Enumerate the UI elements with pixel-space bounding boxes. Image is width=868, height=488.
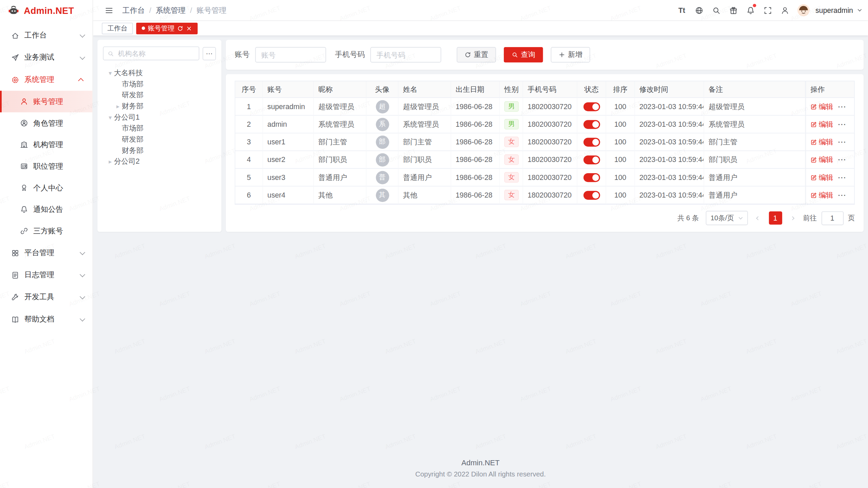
breadcrumb-item[interactable]: 工作台 [122, 5, 145, 15]
footer-copyright: Copyright © 2022 Dilon All rights reserv… [97, 470, 864, 478]
sidebar-item-label: 业务测试 [24, 53, 80, 62]
edit-icon [810, 121, 817, 128]
sidebar-subitem-medal[interactable]: 个人中心 [0, 177, 93, 199]
tree-node[interactable]: 市场部 [102, 123, 217, 134]
status-toggle[interactable] [583, 102, 600, 111]
sidebar-item-doc[interactable]: 日志管理 [0, 264, 93, 286]
gift-icon[interactable] [726, 3, 740, 17]
app-window: Admin.NET 工作台业务测试系统管理账号管理角色管理机构管理职位管理个人中… [0, 0, 868, 488]
sidebar-subitem-label: 个人中心 [33, 183, 63, 193]
more-button[interactable]: ··· [838, 138, 846, 146]
status-toggle[interactable] [583, 138, 600, 146]
more-button[interactable]: ··· [838, 174, 846, 181]
account-input[interactable] [255, 47, 326, 63]
tree-caret-down[interactable]: ▾ [106, 69, 114, 77]
sidebar-subitem-user[interactable]: 账号管理 [0, 91, 93, 113]
next-page-button[interactable] [786, 211, 798, 225]
sidebar-subitem-link[interactable]: 三方账号 [0, 220, 93, 242]
status-toggle[interactable] [583, 191, 600, 200]
logo[interactable]: Admin.NET [0, 0, 93, 21]
sidebar-item-grid[interactable]: 平台管理 [0, 242, 93, 264]
hamburger-menu-icon[interactable] [102, 3, 116, 17]
cell-no: 4 [235, 151, 263, 169]
book-icon [11, 315, 19, 323]
username[interactable]: superadmin [815, 6, 853, 14]
tree-node[interactable]: ▾大名科技 [102, 67, 217, 79]
chevron-down-icon [738, 215, 743, 219]
tree-node-label: 市场部 [122, 79, 143, 89]
breadcrumb-item[interactable]: 系统管理 [156, 5, 185, 15]
sidebar-subitem-role[interactable]: 角色管理 [0, 112, 93, 134]
tree-node[interactable]: ▾分公司1 [102, 112, 217, 123]
avatar[interactable] [797, 4, 810, 17]
tab-item[interactable]: 工作台 [102, 22, 133, 34]
close-icon[interactable] [186, 25, 192, 31]
fullscreen-icon[interactable] [761, 3, 774, 17]
cell-no: 3 [235, 133, 263, 151]
goto-page-input[interactable] [821, 211, 843, 225]
sidebar-item-label: 日志管理 [24, 270, 80, 280]
notification-icon[interactable] [744, 3, 757, 17]
sidebar-subitem-badge[interactable]: 职位管理 [0, 156, 93, 177]
tab-active[interactable]: 账号管理 [136, 22, 198, 34]
status-toggle[interactable] [583, 155, 600, 164]
tree-node[interactable]: ▸财务部 [102, 101, 217, 112]
search-button[interactable]: 查询 [504, 47, 543, 63]
org-more-button[interactable]: … [203, 47, 216, 60]
cell-birthday: 1986-06-28 [451, 116, 500, 133]
cell-nickname: 系统管理员 [314, 116, 367, 133]
right-column: 账号 手机号码 重置 查询 新增 [226, 40, 864, 232]
sidebar-item-tool[interactable]: 开发工具 [0, 286, 93, 308]
cell-status [577, 186, 606, 204]
cell-modified: 2023-01-03 10:59:44 [635, 98, 704, 116]
tree-caret-right[interactable]: ▸ [114, 103, 122, 110]
sidebar-item-label: 平台管理 [24, 248, 80, 258]
tree-caret-down[interactable]: ▾ [106, 114, 114, 121]
org-search-input[interactable] [103, 46, 199, 60]
cell-phone: 18020030720 [523, 169, 577, 186]
add-button[interactable]: 新增 [551, 47, 590, 63]
user-icon[interactable] [778, 3, 792, 17]
page-number-button[interactable]: 1 [769, 211, 782, 225]
sidebar-item-home[interactable]: 工作台 [0, 24, 93, 46]
edit-button[interactable]: 编辑 [810, 155, 833, 164]
status-toggle[interactable] [583, 173, 600, 182]
sidebar-item-gear[interactable]: 系统管理 [0, 68, 93, 90]
sidebar-subitem-bell[interactable]: 通知公告 [0, 199, 93, 220]
edit-button[interactable]: 编辑 [810, 137, 833, 147]
tabbar: 工作台账号管理 [93, 21, 868, 35]
logo-icon [7, 4, 20, 17]
more-button[interactable]: ··· [838, 103, 846, 110]
tree-node[interactable]: 研发部 [102, 134, 217, 145]
more-button[interactable]: ··· [838, 120, 846, 128]
prev-page-button[interactable] [752, 211, 764, 225]
font-size-icon[interactable]: Tt [675, 3, 689, 17]
cell-phone: 18020030720 [523, 133, 577, 151]
table-row: 5user3普通用户普普通用户1986-06-28女18020030720100… [235, 169, 854, 186]
search-icon[interactable] [709, 3, 723, 17]
edit-button[interactable]: 编辑 [810, 102, 833, 111]
tree-node[interactable]: 市场部 [102, 79, 217, 90]
sidebar-item-label: 系统管理 [24, 75, 80, 84]
more-button[interactable]: ··· [838, 156, 846, 164]
sidebar-subitem-building[interactable]: 机构管理 [0, 134, 93, 156]
sidebar-item-book[interactable]: 帮助文档 [0, 308, 93, 330]
edit-button[interactable]: 编辑 [810, 119, 833, 129]
more-button[interactable]: ··· [838, 191, 846, 199]
status-toggle[interactable] [583, 120, 600, 129]
page-size-select[interactable]: 10条/页 [706, 211, 748, 225]
phone-input[interactable] [370, 47, 441, 63]
tree-caret-right[interactable]: ▸ [106, 158, 114, 165]
tree-node[interactable]: ▸分公司2 [102, 156, 217, 167]
sidebar-item-send[interactable]: 业务测试 [0, 46, 93, 68]
refresh-icon[interactable] [177, 25, 183, 31]
home-icon [11, 31, 19, 39]
language-icon[interactable] [692, 3, 706, 17]
edit-button[interactable]: 编辑 [810, 190, 833, 200]
tree-node[interactable]: 研发部 [102, 89, 217, 101]
breadcrumb-item[interactable]: 账号管理 [197, 5, 226, 15]
cell-avatar: 系 [367, 116, 399, 133]
tree-node[interactable]: 财务部 [102, 145, 217, 156]
edit-button[interactable]: 编辑 [810, 172, 833, 182]
reset-button[interactable]: 重置 [457, 47, 496, 63]
